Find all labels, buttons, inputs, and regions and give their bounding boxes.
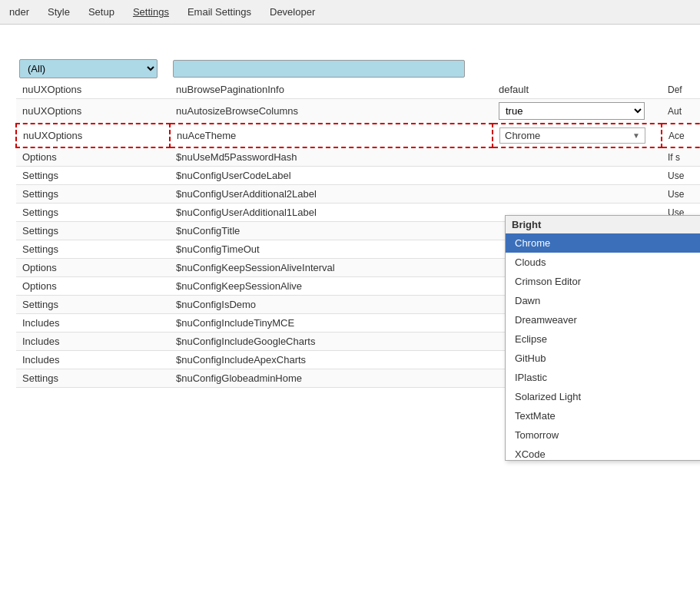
cell-category: Settings bbox=[16, 296, 170, 314]
cell-setting: $nuConfigIsDemo bbox=[170, 296, 493, 314]
cell-right: Use bbox=[662, 167, 700, 185]
ace-theme-dropdown[interactable]: BrightChromeCloudsCrimson EditorDawnDrea… bbox=[505, 215, 700, 461]
menu-item-setup[interactable]: Setup bbox=[79, 3, 124, 21]
dropdown-item[interactable]: Crimson Editor bbox=[506, 272, 700, 291]
dropdown-item[interactable]: GitHub bbox=[506, 349, 700, 368]
menu-item-style[interactable]: Style bbox=[38, 3, 79, 21]
col-header-category bbox=[16, 48, 170, 57]
table-row: nuUXOptionsnuAutosizeBrowseColumnstrueAu… bbox=[16, 99, 700, 124]
cell-setting: $nuConfigIncludeGoogleCharts bbox=[170, 333, 493, 351]
cell-setting: nuAutosizeBrowseColumns bbox=[170, 99, 493, 124]
cell-value: default bbox=[493, 81, 662, 99]
cell-setting: $nuUseMd5PasswordHash bbox=[170, 147, 493, 167]
cell-category: nuUXOptions bbox=[16, 81, 170, 99]
cell-category: Options bbox=[16, 277, 170, 296]
cell-setting: $nuConfigIncludeApexCharts bbox=[170, 351, 493, 369]
table-row: Settings$nuConfigUserAdditional2LabelUse bbox=[16, 185, 700, 204]
cell-setting: $nuConfigUserAdditional1Label bbox=[170, 204, 493, 222]
cell-category: Options bbox=[16, 147, 170, 167]
category-filter-select[interactable]: (All) bbox=[19, 59, 158, 78]
cell-category: Settings bbox=[16, 167, 170, 185]
cell-setting: $nuConfigUserAdditional2Label bbox=[170, 185, 493, 204]
cell-setting: $nuConfigIncludeTinyMCE bbox=[170, 314, 493, 333]
cell-category: Settings bbox=[16, 185, 170, 204]
cell-category: Settings bbox=[16, 222, 170, 240]
cell-category: Includes bbox=[16, 333, 170, 351]
cell-category: Settings bbox=[16, 369, 170, 388]
dropdown-item[interactable]: TextMate bbox=[506, 406, 700, 425]
cell-category: Includes bbox=[16, 314, 170, 333]
menu-item-developer[interactable]: Developer bbox=[260, 3, 324, 21]
cell-category: Options bbox=[16, 259, 170, 277]
dropdown-item[interactable]: Clouds bbox=[506, 253, 700, 272]
menu-bar: nder Style Setup Settings Email Settings… bbox=[0, 0, 700, 25]
dropdown-item[interactable]: Dawn bbox=[506, 291, 700, 310]
cell-setting: $nuConfigTitle bbox=[170, 222, 493, 240]
dropdown-item[interactable]: Solarized Light bbox=[506, 387, 700, 406]
cell-category: nuUXOptions bbox=[16, 124, 170, 147]
col-header-value bbox=[493, 48, 662, 57]
cell-setting: nuBrowsePaginationInfo bbox=[170, 81, 493, 99]
cell-value[interactable]: true bbox=[493, 99, 662, 124]
cell-setting: $nuConfigKeepSessionAlive bbox=[170, 277, 493, 296]
menu-item-nder[interactable]: nder bbox=[0, 3, 38, 21]
value-dropdown-trigger[interactable]: Chrome▼ bbox=[499, 127, 645, 144]
dropdown-item[interactable]: Chrome bbox=[506, 233, 700, 253]
cell-right: If s bbox=[662, 147, 700, 167]
col-header-setting bbox=[170, 48, 493, 57]
cell-right: Ace bbox=[662, 124, 700, 147]
table-row: nuUXOptionsnuAceThemeChrome▼Ace bbox=[16, 124, 700, 147]
cell-category: nuUXOptions bbox=[16, 99, 170, 124]
dropdown-item[interactable]: Eclipse bbox=[506, 329, 700, 349]
dropdown-group-label: Bright bbox=[506, 216, 700, 233]
cell-setting: $nuConfigKeepSessionAliveInterval bbox=[170, 259, 493, 277]
cell-category: Includes bbox=[16, 351, 170, 369]
cell-setting: $nuConfigUserCodeLabel bbox=[170, 167, 493, 185]
setting-filter-input[interactable] bbox=[173, 60, 465, 78]
cell-setting: nuAceTheme bbox=[170, 124, 493, 147]
cell-value bbox=[493, 185, 662, 204]
table-row: Options$nuUseMd5PasswordHashIf s bbox=[16, 147, 700, 167]
dropdown-item[interactable]: Tomorrow bbox=[506, 425, 700, 445]
cell-value bbox=[493, 147, 662, 167]
cell-value bbox=[493, 167, 662, 185]
cell-right: Def bbox=[662, 81, 700, 99]
cell-right: Aut bbox=[662, 99, 700, 124]
cell-setting: $nuConfigGlobeadminHome bbox=[170, 369, 493, 388]
table-row: nuUXOptionsnuBrowsePaginationInfodefault… bbox=[16, 81, 700, 99]
cell-category: Settings bbox=[16, 240, 170, 259]
dropdown-item[interactable]: XCode bbox=[506, 445, 700, 461]
main-content: (All) nuUXOptionsnuBrowsePaginationInfod… bbox=[0, 25, 700, 589]
cell-value[interactable]: Chrome▼ bbox=[493, 124, 662, 147]
cell-category: Settings bbox=[16, 204, 170, 222]
table-row: Settings$nuConfigUserCodeLabelUse bbox=[16, 167, 700, 185]
value-select[interactable]: true bbox=[499, 102, 645, 120]
table-container: (All) nuUXOptionsnuBrowsePaginationInfod… bbox=[15, 48, 685, 388]
menu-item-email-settings[interactable]: Email Settings bbox=[178, 3, 260, 21]
dropdown-item[interactable]: IPlastic bbox=[506, 368, 700, 387]
col-header-extra bbox=[662, 48, 700, 57]
cell-right: Use bbox=[662, 185, 700, 204]
cell-setting: $nuConfigTimeOut bbox=[170, 240, 493, 259]
dropdown-item[interactable]: Dreamweaver bbox=[506, 310, 700, 329]
menu-item-settings[interactable]: Settings bbox=[124, 3, 178, 21]
